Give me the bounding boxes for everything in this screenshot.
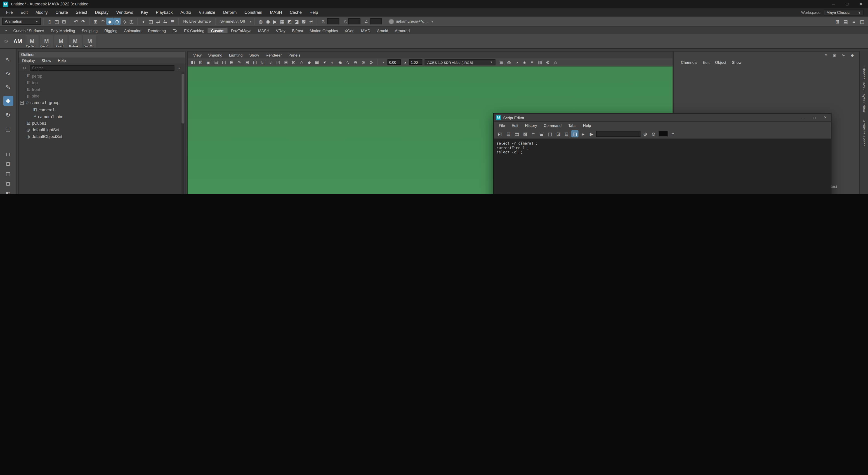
shadow-quality-icon[interactable]: ◑ <box>513 59 520 65</box>
shelf-tab[interactable]: Animation <box>121 28 145 33</box>
menu-item[interactable]: Edit <box>17 10 32 15</box>
ambient-occlusion-icon[interactable]: ◉ <box>337 59 344 65</box>
menu-item[interactable]: Create <box>52 10 72 15</box>
outliner-item-camera1_aim[interactable]: ∗camera1_aim <box>19 113 185 120</box>
shelf-options-gear-icon[interactable]: ⚙ <box>2 39 10 43</box>
persp-graph-layout-icon[interactable]: ⊟ <box>3 180 13 187</box>
hyperbolic-icon[interactable]: ∿ <box>840 52 847 58</box>
symmetry-selector[interactable]: Symmetry: Off <box>218 20 247 23</box>
shelf-button-AM[interactable]: AM <box>11 35 24 48</box>
text-color-swatch[interactable] <box>658 131 668 137</box>
script-editor-menu-item[interactable]: Tabs <box>565 123 580 127</box>
script-editor-title-bar[interactable]: M Script Editor ─ □ ✕ <box>494 114 831 122</box>
gamma-toggle-icon[interactable]: ◕ <box>401 59 409 65</box>
shelf-button-QuickP[interactable]: MQuickP <box>40 35 53 48</box>
field-chart-icon[interactable]: ◳ <box>275 59 282 65</box>
side-tab[interactable]: Channel Box / Layer Editor <box>862 66 866 112</box>
show-help-pane-icon[interactable]: ⊡ <box>555 130 562 138</box>
outliner-item-defaultObjectSet[interactable]: ◎defaultObjectSet <box>19 133 185 140</box>
new-scene-icon[interactable]: ▯ <box>46 18 53 25</box>
anti-aliasing-icon[interactable]: ≋ <box>352 59 360 65</box>
channel-sliders-icon[interactable]: ≡ <box>822 52 829 58</box>
y-input[interactable] <box>348 18 361 24</box>
shelf-tab[interactable]: Rendering <box>145 28 169 33</box>
shelf-tab[interactable]: Rigging <box>101 28 121 33</box>
menu-set-selector[interactable]: Animation ▼ <box>2 18 41 25</box>
lock-camera-icon[interactable]: ⊡ <box>197 59 204 65</box>
select-camera-icon[interactable]: ◧ <box>189 59 197 65</box>
single-pane-layout-icon[interactable]: ◻ <box>3 150 13 157</box>
view-transform-selector[interactable]: ACES 1.0 SDR-video (sRGB) ▼ <box>425 59 495 65</box>
outliner-item-camera1_group[interactable]: −⊕camera1_group <box>19 99 185 106</box>
render-settings-icon[interactable]: ▦ <box>279 18 286 25</box>
maximize-button[interactable]: □ <box>809 114 820 121</box>
resolution-gate-icon[interactable]: ◱ <box>259 59 266 65</box>
safe-action-icon[interactable]: ⊟ <box>282 59 289 65</box>
smooth-shade-icon[interactable]: ◆ <box>306 59 313 65</box>
redo-icon[interactable]: ↷ <box>80 18 87 25</box>
shelf-tab[interactable]: MASH <box>255 28 273 33</box>
hypershade-persp-layout-icon[interactable]: ◧ <box>3 190 13 194</box>
outliner-menu-item[interactable]: Show <box>38 59 55 63</box>
viewport-menu-item[interactable]: Panels <box>285 53 304 57</box>
menu-item[interactable]: Audio <box>177 10 195 15</box>
menu-item[interactable]: MASH <box>266 10 286 15</box>
shelf-tab[interactable]: Motion Graphics <box>306 28 341 33</box>
film-gate-icon[interactable]: ◰ <box>251 59 258 65</box>
menu-item[interactable]: Windows <box>112 10 137 15</box>
z-input[interactable] <box>370 18 382 24</box>
outliner-menu-item[interactable]: Help <box>55 59 69 63</box>
close-button[interactable]: ✕ <box>820 114 831 121</box>
maximize-viewport-icon[interactable]: ⌂ <box>552 59 559 65</box>
snap-to-curve-icon[interactable]: ◠ <box>99 18 106 25</box>
filter-chevron-icon[interactable]: ▼ <box>178 66 180 70</box>
menu-item[interactable]: Visualize <box>195 10 219 15</box>
camera-attributes-icon[interactable]: ▣ <box>205 59 212 65</box>
four-view-layout-icon[interactable]: ⊞ <box>3 160 13 168</box>
gate-mask-icon[interactable]: ◲ <box>267 59 274 65</box>
light-editor-icon[interactable]: ☀ <box>307 18 315 25</box>
scale-tool-icon[interactable]: ◱ <box>3 123 13 133</box>
channel-box-menu-item[interactable]: Edit <box>700 60 712 64</box>
save-scene-icon[interactable]: ⊟ <box>60 18 68 25</box>
viewport-menu-item[interactable]: Shading <box>205 53 225 57</box>
motion-blur-icon[interactable]: ∿ <box>344 59 351 65</box>
lasso-tool-icon[interactable]: ∿ <box>3 68 13 78</box>
snap-to-grid-icon[interactable]: ⊞ <box>92 18 99 25</box>
shelf-tab[interactable]: Poly Modeling <box>48 28 79 33</box>
shelf-tab[interactable]: Custom <box>208 28 228 33</box>
viewport-menu-item[interactable]: View <box>190 53 205 57</box>
menu-item[interactable]: Key <box>137 10 152 15</box>
shelf-tab[interactable]: XGen <box>341 28 358 33</box>
paint-selection-tool-icon[interactable]: ✎ <box>3 82 13 92</box>
display-layers-icon[interactable]: ▥ <box>536 59 544 65</box>
script-editor-menu-item[interactable]: Help <box>580 123 594 127</box>
attribute-editor-icon[interactable]: ≡ <box>850 18 858 25</box>
shelf-tab[interactable]: DazToMaya <box>228 28 255 33</box>
gamma-input[interactable] <box>409 59 423 65</box>
maximize-button[interactable]: □ <box>840 0 854 8</box>
speed-state-icon[interactable]: ◉ <box>831 52 838 58</box>
workspace-selector[interactable]: Maya Classic ▼ <box>824 9 864 16</box>
pin-channelbox-icon[interactable]: ◆ <box>848 52 856 58</box>
rotate-tool-icon[interactable]: ↻ <box>3 110 13 120</box>
indent-settings-icon[interactable]: ≡ <box>669 130 677 138</box>
shelf-tab[interactable]: FX <box>169 28 181 33</box>
textured-icon[interactable]: ▩ <box>313 59 320 65</box>
outliner-item-side[interactable]: ◧side <box>19 93 185 99</box>
exposure-toggle-icon[interactable]: ◔ <box>380 59 387 65</box>
split-pane-icon[interactable]: ◫ <box>571 130 579 138</box>
clear-input-icon[interactable]: ⊠ <box>522 130 529 138</box>
open-scene-icon[interactable]: ◰ <box>53 18 60 25</box>
snap-to-projected-center-icon[interactable]: ⊙ <box>114 18 121 25</box>
display-rgb-icon[interactable]: ◩ <box>286 18 293 25</box>
undo-icon[interactable]: ↶ <box>72 18 80 25</box>
panel-settings-icon[interactable]: ⊛ <box>544 59 551 65</box>
shelf-tab-menu-icon[interactable]: ▼ <box>2 29 10 32</box>
clip-planes-icon[interactable]: ◈ <box>521 59 528 65</box>
camera-bookmarks-icon[interactable]: ▤ <box>213 59 220 65</box>
menu-item[interactable]: Cache <box>286 10 306 15</box>
script-editor-menu-item[interactable]: History <box>522 123 540 127</box>
channel-box-menu-item[interactable]: Object <box>712 60 729 64</box>
isolate-select-icon[interactable]: ⊘ <box>360 59 367 65</box>
